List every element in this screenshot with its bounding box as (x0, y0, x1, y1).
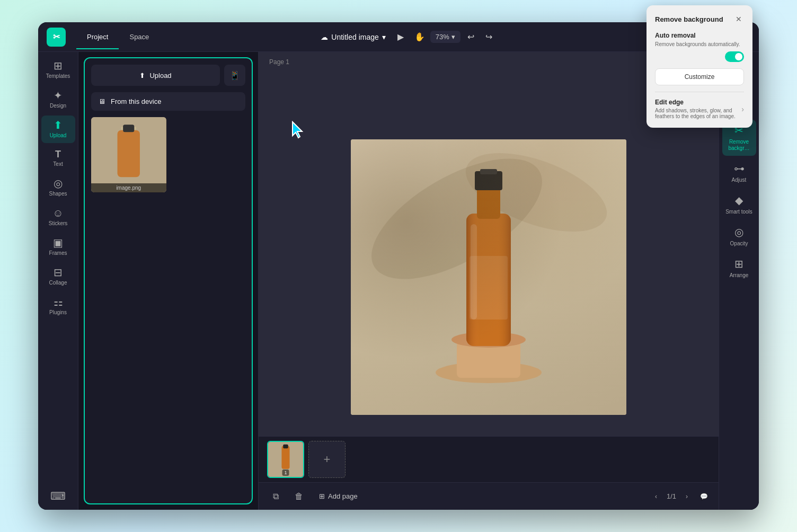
remove-bg-label: Remove backgr… (724, 139, 754, 152)
plugins-icon: ⚏ (54, 297, 63, 307)
shapes-icon: ◎ (54, 178, 63, 189)
sidebar-item-text[interactable]: T Text (41, 145, 75, 172)
left-sidebar: ⊞ Templates ✦ Design ⬆ Upload T Text ◎ S… (38, 52, 78, 510)
upload-btn-label: Upload (149, 72, 171, 79)
sidebar-item-collage[interactable]: ⊟ Collage (41, 263, 75, 290)
thumb-image-1 (91, 117, 166, 192)
text-icon: T (55, 149, 61, 159)
smart-tools-label: Smart tools (725, 209, 752, 215)
project-tabs: Project Space (76, 29, 160, 45)
undo-redo: ↩ ↪ (463, 29, 498, 46)
zoom-level: 73% (436, 33, 449, 41)
customize-button[interactable]: Customize (655, 68, 744, 85)
right-sidebar-opacity[interactable]: ◎ Opacity (722, 221, 756, 251)
toggle-row (655, 52, 744, 62)
opacity-icon: ◎ (734, 226, 743, 238)
duplicate-page-btn[interactable]: ⧉ (267, 488, 284, 505)
doc-title: Untitled image (331, 33, 379, 41)
add-page-label: Add page (328, 492, 358, 500)
sidebar-label-frames: Frames (49, 250, 67, 256)
sidebar-bottom: ⌨ (41, 486, 75, 506)
auto-removal-toggle[interactable] (725, 52, 744, 62)
doc-title-chevron: ▾ (382, 33, 386, 41)
canvas-image (351, 139, 626, 415)
canvas-background (351, 139, 626, 415)
thumb-label-1: image.png (91, 183, 166, 192)
prev-page-btn[interactable]: ‹ (650, 490, 662, 503)
from-device-label: From this device (111, 97, 161, 105)
sidebar-item-plugins[interactable]: ⚏ Plugins (41, 292, 75, 320)
remove-bg-panel: Remove background ✕ Auto removal Remove … (647, 52, 752, 128)
from-device-row[interactable]: 🖥 From this device (91, 92, 245, 111)
page-thumb-1[interactable]: 1 (267, 441, 304, 478)
tab-project[interactable]: Project (76, 29, 119, 45)
sidebar-item-keyboard[interactable]: ⌨ (41, 486, 75, 506)
upload-panel-top: ⬆ Upload 📱 (85, 58, 252, 92)
redo-button[interactable]: ↪ (481, 29, 498, 46)
tab-space[interactable]: Space (119, 29, 160, 45)
sidebar-item-design[interactable]: ✦ Design (41, 86, 75, 113)
sidebar-label-design: Design (50, 103, 66, 109)
adjust-label: Adjust (732, 177, 747, 183)
smart-tools-icon: ◆ (735, 194, 743, 207)
upload-button[interactable]: ⬆ Upload (91, 65, 220, 86)
add-page-button[interactable]: ⊞ Add page (314, 489, 363, 503)
arrange-icon: ⊞ (734, 258, 743, 270)
sidebar-label-plugins: Plugins (49, 309, 67, 316)
page-nav: ‹ 1/1 › 💬 (650, 490, 710, 503)
right-sidebar-adjust[interactable]: ⊶ Adjust (722, 158, 756, 188)
next-page-btn[interactable]: › (680, 490, 693, 503)
sidebar-label-stickers: Stickers (49, 220, 68, 227)
edit-edge-row[interactable]: Edit edge Add shadows, strokes, glow, an… (655, 99, 744, 119)
svg-rect-3 (123, 125, 134, 132)
page-label: Page 1 (269, 58, 289, 66)
main-layout: ⊞ Templates ✦ Design ⬆ Upload T Text ◎ S… (38, 52, 759, 510)
templates-icon: ⊞ (54, 60, 63, 71)
sidebar-item-templates[interactable]: ⊞ Templates (41, 56, 75, 84)
toolbar-tools: ▶ ✋ 73% ▾ ↩ ↪ (392, 29, 498, 46)
shadow-overlay (351, 139, 626, 415)
sidebar-item-frames[interactable]: ▣ Frames (41, 233, 75, 261)
mobile-upload-btn[interactable]: 📱 (224, 65, 245, 86)
sidebar-item-shapes[interactable]: ◎ Shapes (41, 174, 75, 201)
zoom-control[interactable]: 73% ▾ (430, 31, 461, 43)
app-logo[interactable]: ✂ (47, 28, 66, 47)
undo-button[interactable]: ↩ (463, 29, 480, 46)
thumbnail-strip: 1 + (259, 436, 719, 482)
add-page-thumb[interactable]: + (308, 441, 346, 478)
sidebar-label-shapes: Shapes (49, 191, 67, 197)
design-icon: ✦ (54, 90, 63, 101)
svg-rect-2 (118, 130, 140, 177)
app-window: ✂ Project Space ☁ Untitled image ▾ ▶ ✋ 7… (38, 22, 759, 510)
right-sidebar: ◈ Filters ✦ Effects ✂ Remove backgr… ⊶ A… (719, 52, 759, 510)
edit-edge-content: Edit edge Add shadows, strokes, glow, an… (655, 99, 741, 119)
select-tool[interactable]: ▶ (392, 29, 409, 46)
sidebar-label-upload: Upload (50, 132, 67, 139)
sidebar-item-stickers[interactable]: ☺ Stickers (41, 203, 75, 231)
delete-page-btn[interactable]: 🗑 (290, 488, 307, 505)
upload-thumb-1[interactable]: image.png (91, 117, 166, 192)
adjust-icon: ⊶ (734, 162, 745, 175)
page-indicator: 1/1 (667, 492, 676, 500)
sidebar-label-text: Text (53, 161, 63, 167)
add-page-icon: ⊞ (319, 492, 325, 500)
upload-btn-icon: ⬆ (139, 72, 145, 79)
right-sidebar-arrange[interactable]: ⊞ Arrange (722, 253, 756, 283)
mobile-icon: 📱 (229, 70, 240, 81)
upload-panel-inner: ⬆ Upload 📱 🖥 From this device (84, 57, 253, 504)
frames-icon: ▣ (53, 237, 63, 248)
right-sidebar-smart-tools[interactable]: ◆ Smart tools (722, 190, 756, 219)
upload-icon: ⬆ (54, 120, 63, 130)
opacity-label: Opacity (730, 241, 748, 247)
sidebar-item-upload[interactable]: ⬆ Upload (41, 116, 75, 143)
page-thumb-number-1: 1 (282, 469, 289, 476)
comments-btn[interactable]: 💬 (697, 490, 710, 503)
panel-divider (655, 92, 744, 92)
canvas-content[interactable] (259, 72, 719, 482)
from-device-icon: 🖥 (99, 97, 105, 105)
edit-edge-sub: Add shadows, strokes, glow, and feathers… (655, 108, 741, 119)
hand-tool[interactable]: ✋ (411, 29, 428, 46)
doc-title-area[interactable]: ☁ Untitled image ▾ (321, 33, 386, 41)
stickers-icon: ☺ (52, 208, 63, 218)
svg-rect-17 (281, 446, 289, 469)
